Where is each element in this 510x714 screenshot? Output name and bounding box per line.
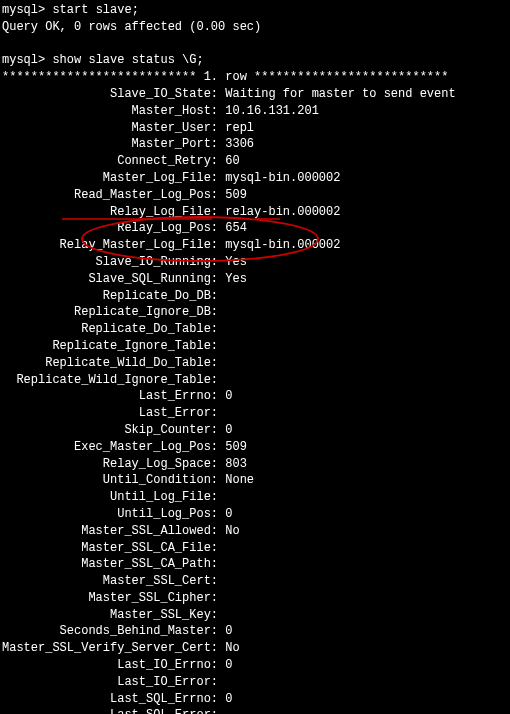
status-field: Last_SQL_Errno: 0 <box>2 691 508 708</box>
status-field: Relay_Log_File: relay-bin.000002 <box>2 204 508 221</box>
terminal-output: mysql> start slave; Query OK, 0 rows aff… <box>2 2 508 714</box>
status-field: Master_Host: 10.16.131.201 <box>2 103 508 120</box>
status-field: Read_Master_Log_Pos: 509 <box>2 187 508 204</box>
status-field: Master_SSL_CA_Path: <box>2 556 508 573</box>
status-field: Master_SSL_Cert: <box>2 573 508 590</box>
status-field: Last_IO_Errno: 0 <box>2 657 508 674</box>
status-field: Until_Log_File: <box>2 489 508 506</box>
status-field: Slave_IO_Running: Yes <box>2 254 508 271</box>
status-field: Replicate_Do_Table: <box>2 321 508 338</box>
status-field: Replicate_Do_DB: <box>2 288 508 305</box>
status-field: Seconds_Behind_Master: 0 <box>2 623 508 640</box>
status-field: Replicate_Ignore_DB: <box>2 304 508 321</box>
status-field: Master_SSL_CA_File: <box>2 540 508 557</box>
status-field: Relay_Log_Space: 803 <box>2 456 508 473</box>
status-field: Master_Log_File: mysql-bin.000002 <box>2 170 508 187</box>
command-line: mysql> show slave status \G; <box>2 52 508 69</box>
status-field: Relay_Master_Log_File: mysql-bin.000002 <box>2 237 508 254</box>
status-fields: Slave_IO_State: Waiting for master to se… <box>2 86 508 714</box>
status-field: Last_IO_Error: <box>2 674 508 691</box>
status-field: Exec_Master_Log_Pos: 509 <box>2 439 508 456</box>
status-field: Master_User: repl <box>2 120 508 137</box>
status-field: Until_Condition: None <box>2 472 508 489</box>
blank-line <box>2 36 508 53</box>
status-field: Master_SSL_Key: <box>2 607 508 624</box>
status-field: Relay_Log_Pos: 654 <box>2 220 508 237</box>
status-field: Slave_SQL_Running: Yes <box>2 271 508 288</box>
status-field: Until_Log_Pos: 0 <box>2 506 508 523</box>
status-field: Connect_Retry: 60 <box>2 153 508 170</box>
status-field: Replicate_Wild_Ignore_Table: <box>2 372 508 389</box>
status-field: Master_SSL_Verify_Server_Cert: No <box>2 640 508 657</box>
query-result: Query OK, 0 rows affected (0.00 sec) <box>2 19 508 36</box>
status-field: Replicate_Ignore_Table: <box>2 338 508 355</box>
status-field: Master_SSL_Cipher: <box>2 590 508 607</box>
status-field: Master_SSL_Allowed: No <box>2 523 508 540</box>
status-field: Skip_Counter: 0 <box>2 422 508 439</box>
status-field: Last_Error: <box>2 405 508 422</box>
status-field: Replicate_Wild_Do_Table: <box>2 355 508 372</box>
row-header: *************************** 1. row *****… <box>2 69 508 86</box>
status-field: Master_Port: 3306 <box>2 136 508 153</box>
status-field: Last_Errno: 0 <box>2 388 508 405</box>
command-line: mysql> start slave; <box>2 2 508 19</box>
status-field: Slave_IO_State: Waiting for master to se… <box>2 86 508 103</box>
status-field: Last_SQL_Error: <box>2 707 508 714</box>
